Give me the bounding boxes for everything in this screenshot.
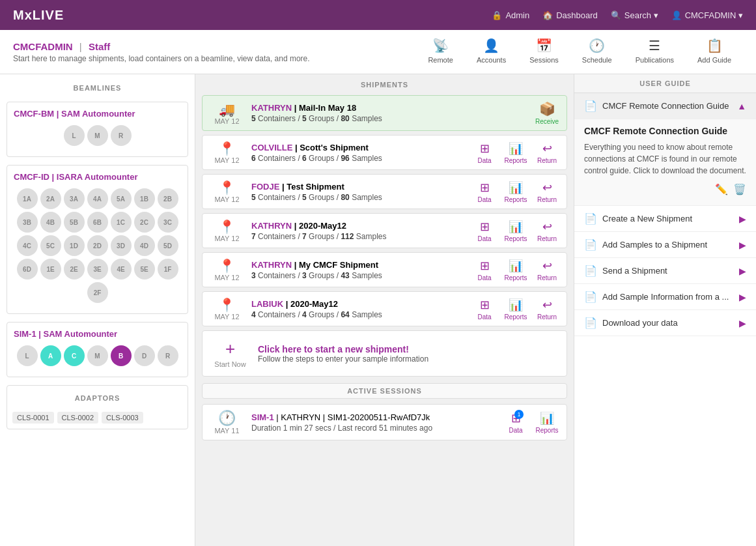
slot-4B[interactable]: 4B: [40, 212, 61, 233]
return-btn-4[interactable]: ↩ Return: [534, 259, 560, 281]
adaptor-0[interactable]: CLS-0001: [12, 412, 54, 424]
sessions-nav-item[interactable]: 📅 Sessions: [518, 30, 570, 74]
edit-icon[interactable]: ✏️: [715, 183, 728, 195]
slot-sim-M[interactable]: M: [87, 345, 108, 366]
user-nav[interactable]: 👤 CMCFADMIN ▾: [671, 10, 743, 20]
header-nav: 📡 Remote 👤 Accounts 📅 Sessions 🕐 Schedul…: [416, 30, 743, 74]
slot-sim-B[interactable]: B: [111, 345, 132, 366]
slot-3C[interactable]: 3C: [158, 212, 178, 233]
data-icon-3: ⊞: [480, 220, 490, 234]
slot-2C[interactable]: 2C: [134, 212, 155, 233]
slot-4A[interactable]: 4A: [87, 188, 108, 209]
guide-item-add-sample-info[interactable]: 📄 Add Sample Information from a ... ▶: [574, 284, 756, 310]
shipment-row-1: 📍 MAY 12 COLVILLE | Scott's Shipment 6 C…: [202, 135, 567, 170]
delete-icon[interactable]: 🗑️: [733, 183, 746, 195]
reports-btn-1[interactable]: 📊 Reports: [503, 141, 529, 164]
new-shipment-row[interactable]: + Start Now Click here to start a new sh…: [202, 330, 567, 377]
slot-4C[interactable]: 4C: [17, 235, 38, 256]
slot-sim-R[interactable]: R: [158, 345, 178, 366]
guide-item-remote-guide[interactable]: 📄 CMCF Remote Connection Guide ▲: [574, 93, 756, 119]
reports-btn-2[interactable]: 📊 Reports: [503, 180, 529, 203]
guide-item-add-samples[interactable]: 📄 Add Samples to a Shipment ▶: [574, 232, 756, 258]
data-btn-4[interactable]: ⊞ Data: [471, 259, 497, 281]
adaptors-label: ADAPTORS: [12, 391, 182, 405]
slot-L[interactable]: L: [64, 125, 85, 146]
beamlines-label: BEAMLINES: [7, 81, 188, 95]
return-btn-2[interactable]: ↩ Return: [534, 180, 560, 203]
receive-icon: 📦: [539, 101, 555, 117]
slot-1D[interactable]: 1D: [64, 235, 85, 256]
add-guide-nav-item[interactable]: 📋 Add Guide: [686, 30, 743, 74]
pin-icon-3: 📍: [219, 219, 235, 235]
reports-btn-5[interactable]: 📊 Reports: [503, 298, 529, 321]
slot-1B[interactable]: 1B: [134, 188, 155, 209]
shipment-row-5: 📍 MAY 12 LABIUK | 2020-May12 4 Container…: [202, 291, 567, 326]
admin-nav[interactable]: 🔒 Admin: [492, 10, 529, 20]
publications-nav-item[interactable]: ☰ Publications: [624, 30, 686, 74]
session-data-btn[interactable]: 1 ⊞ Data: [503, 411, 529, 434]
guide-item-send-shipment[interactable]: 📄 Send a Shipment ▶: [574, 258, 756, 284]
shipment-info-0: KATHRYN | Mail-In May 18 5 Containers / …: [251, 103, 527, 123]
slot-4E[interactable]: 4E: [111, 259, 132, 280]
slot-3E[interactable]: 3E: [87, 259, 108, 280]
slot-1A[interactable]: 1A: [17, 188, 38, 209]
adaptor-2[interactable]: CLS-0003: [102, 412, 143, 424]
slot-5E[interactable]: 5E: [134, 259, 155, 280]
return-btn-5[interactable]: ↩ Return: [534, 298, 560, 321]
slot-1F[interactable]: 1F: [158, 259, 178, 280]
slot-sim-D[interactable]: D: [134, 345, 155, 366]
slot-3D[interactable]: 3D: [111, 235, 132, 256]
data-btn-1[interactable]: ⊞ Data: [471, 141, 497, 164]
guide-item-create-shipment[interactable]: 📄 Create a New Shipment ▶: [574, 206, 756, 232]
slot-1C[interactable]: 1C: [111, 212, 132, 233]
return-icon-4: ↩: [542, 259, 552, 273]
slot-5C[interactable]: 5C: [40, 235, 61, 256]
session-reports-btn[interactable]: 📊 Reports: [534, 411, 560, 434]
slot-2E[interactable]: 2E: [64, 259, 85, 280]
slot-2D[interactable]: 2D: [87, 235, 108, 256]
accounts-nav-item[interactable]: 👤 Accounts: [465, 30, 518, 74]
guide-item-download-data[interactable]: 📄 Download your data ▶: [574, 310, 756, 336]
page-title: CMCFADMIN | Staff: [13, 41, 416, 52]
slot-6B[interactable]: 6B: [87, 212, 108, 233]
reports-btn-3[interactable]: 📊 Reports: [503, 220, 529, 242]
slot-2A[interactable]: 2A: [40, 188, 61, 209]
shipment-date-5: 📍 MAY 12: [209, 297, 245, 321]
slot-6D[interactable]: 6D: [17, 259, 38, 280]
adaptor-1[interactable]: CLS-0002: [57, 412, 99, 424]
receive-btn[interactable]: 📦 Receive: [534, 101, 560, 125]
return-btn-1[interactable]: ↩ Return: [534, 141, 560, 164]
remote-nav-item[interactable]: 📡 Remote: [416, 30, 465, 74]
search-nav[interactable]: 🔍 Search ▾: [611, 10, 658, 20]
slot-5A[interactable]: 5A: [111, 188, 132, 209]
top-nav: MxLIVE 🔒 Admin 🏠 Dashboard 🔍 Search ▾ 👤 …: [0, 0, 756, 30]
return-btn-3[interactable]: ↩ Return: [534, 220, 560, 242]
slot-R[interactable]: R: [111, 125, 132, 146]
pin-icon-5: 📍: [219, 297, 235, 313]
search-icon: 🔍: [611, 10, 621, 20]
data-btn-5[interactable]: ⊞ Data: [471, 298, 497, 321]
chevron-right-icon-2: ▶: [739, 240, 746, 250]
slot-3A[interactable]: 3A: [64, 188, 85, 209]
role-label: Staff: [89, 41, 110, 52]
slot-M[interactable]: M: [87, 125, 108, 146]
slot-5B[interactable]: 5B: [64, 212, 85, 233]
slot-3B[interactable]: 3B: [17, 212, 38, 233]
slot-5D[interactable]: 5D: [158, 235, 178, 256]
slot-2B[interactable]: 2B: [158, 188, 178, 209]
dashboard-nav[interactable]: 🏠 Dashboard: [542, 10, 598, 20]
slot-2F[interactable]: 2F: [87, 282, 108, 303]
slot-sim-L[interactable]: L: [17, 345, 38, 366]
add-guide-icon: 📋: [707, 38, 723, 53]
reports-btn-4[interactable]: 📊 Reports: [503, 259, 529, 281]
data-btn-3[interactable]: ⊞ Data: [471, 220, 497, 242]
chevron-up-icon: ▲: [737, 101, 746, 111]
main-layout: BEAMLINES CMCF-BM | SAM Automounter L M …: [0, 74, 756, 546]
shipment-name-1: COLVILLE | Scott's Shipment: [251, 143, 465, 152]
schedule-nav-item[interactable]: 🕐 Schedule: [570, 30, 624, 74]
slot-sim-A[interactable]: A: [40, 345, 61, 366]
data-btn-2[interactable]: ⊞ Data: [471, 180, 497, 203]
slot-sim-C[interactable]: C: [64, 345, 85, 366]
slot-4D[interactable]: 4D: [134, 235, 155, 256]
slot-1E[interactable]: 1E: [40, 259, 61, 280]
